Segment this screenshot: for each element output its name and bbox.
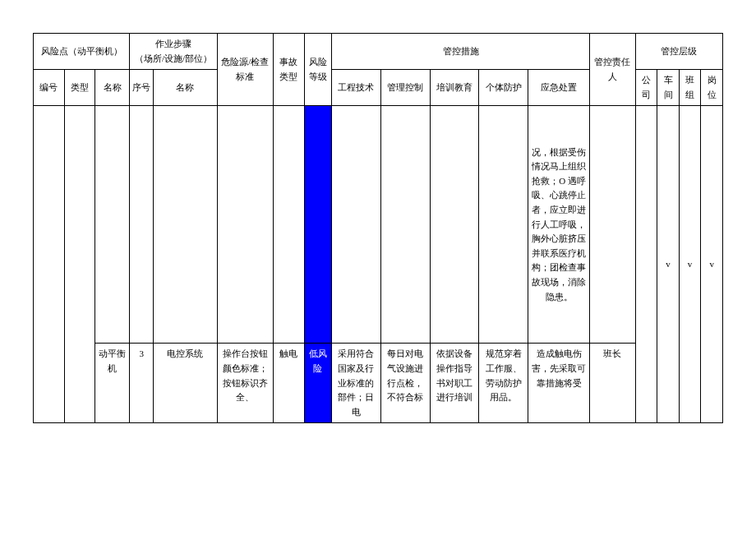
cell-protection: 规范穿着工作服、劳动防护用品。 xyxy=(479,344,528,423)
header-eng-tech: 工程技术 xyxy=(332,70,381,106)
header-number: 编号 xyxy=(34,70,65,106)
cell-name xyxy=(95,106,130,344)
risk-assessment-table: 风险点（动平衡机） 作业步骤 （场所/设施/部位） 危险源/检查标准 事故类型 … xyxy=(33,33,723,423)
cell-accident: 触电 xyxy=(274,344,305,423)
header-risk-level: 风险等级 xyxy=(304,34,331,106)
header-protection: 个体防护 xyxy=(479,70,528,106)
header-control-level: 管控层级 xyxy=(635,34,722,70)
cell-training: 依据设备操作指导书对职工进行培训 xyxy=(430,344,479,423)
header-risk-point: 风险点（动平衡机） xyxy=(34,34,130,70)
cell-post: v xyxy=(701,106,723,423)
cell-mgmt xyxy=(380,106,430,344)
cell-company xyxy=(635,106,657,423)
header-responsible: 管控责任人 xyxy=(590,34,635,106)
header-post: 岗位 xyxy=(701,70,723,106)
header-team: 班组 xyxy=(679,70,701,106)
cell-seq xyxy=(130,106,154,344)
cell-team: v xyxy=(679,106,701,423)
header-training: 培训教育 xyxy=(430,70,479,106)
header-control-measures: 管控措施 xyxy=(332,34,590,70)
cell-number xyxy=(34,106,65,423)
table-row-continuation: 况，根据受伤情况马上组织抢救；O 遇呼吸、心跳停止者，应立即进行人工呼吸，胸外心… xyxy=(34,106,723,344)
cell-workshop: v xyxy=(657,106,680,423)
cell-accident xyxy=(274,106,305,344)
cell-eng-tech: 采用符合国家及行业标准的部件；日电 xyxy=(332,344,381,423)
header-seq: 序号 xyxy=(130,70,154,106)
header-workshop: 车间 xyxy=(657,70,680,106)
cell-mgmt: 每日对电气设施进行点检，不符合标 xyxy=(380,344,430,423)
header-accident-type: 事故类型 xyxy=(274,34,305,106)
header-emergency: 应急处置 xyxy=(528,70,590,106)
table-row: 动平衡机 3 电控系统 操作台按钮颜色标准；按钮标识齐全、 触电 低风险 采用符… xyxy=(34,344,723,423)
cell-responsible: 班长 xyxy=(590,344,635,423)
header-name: 名称 xyxy=(95,70,130,106)
cell-eng-tech xyxy=(332,106,381,344)
cell-step-name: 电控系统 xyxy=(154,344,217,423)
cell-step-name xyxy=(154,106,217,344)
cell-seq: 3 xyxy=(130,344,154,423)
cell-hazard: 操作台按钮颜色标准；按钮标识齐全、 xyxy=(217,344,274,423)
cell-name: 动平衡机 xyxy=(95,344,130,423)
cell-type xyxy=(64,106,95,423)
header-type: 类型 xyxy=(64,70,95,106)
cell-emergency-cont: 况，根据受伤情况马上组织抢救；O 遇呼吸、心跳停止者，应立即进行人工呼吸，胸外心… xyxy=(528,106,590,344)
header-company: 公司 xyxy=(635,70,657,106)
cell-hazard xyxy=(217,106,274,344)
cell-responsible xyxy=(590,106,635,344)
header-step-name: 名称 xyxy=(154,70,217,106)
header-operation-steps: 作业步骤 （场所/设施/部位） xyxy=(130,34,217,70)
header-hazard: 危险源/检查标准 xyxy=(217,34,274,106)
cell-risk-level xyxy=(304,106,331,344)
cell-protection xyxy=(479,106,528,344)
cell-emergency: 造成触电伤害，先采取可靠措施将受 xyxy=(528,344,590,423)
cell-risk-level: 低风险 xyxy=(304,344,331,423)
header-mgmt-control: 管理控制 xyxy=(380,70,430,106)
cell-training xyxy=(430,106,479,344)
